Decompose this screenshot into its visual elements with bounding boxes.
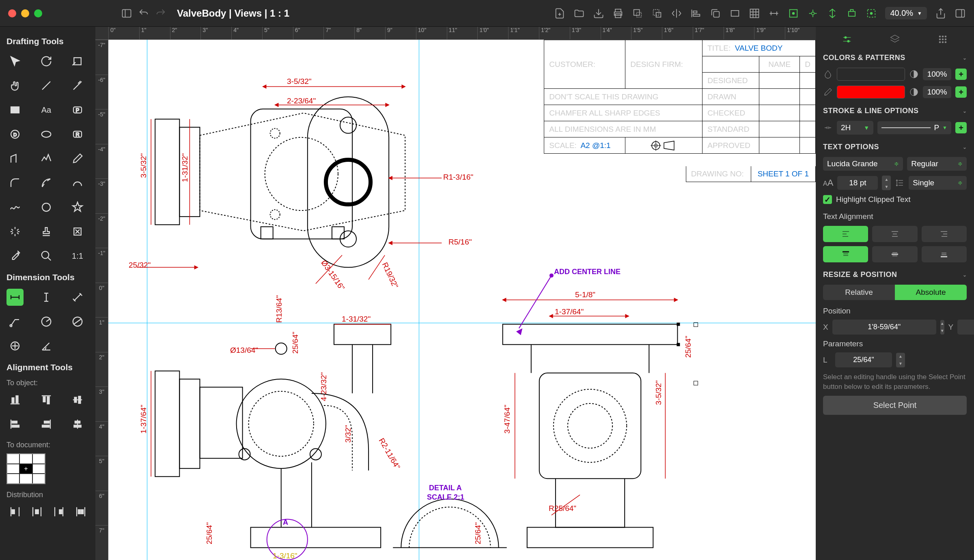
center-mark-tool[interactable] [6, 337, 24, 354]
x-stepper[interactable]: ▲▼ [940, 320, 944, 335]
pencil-tool[interactable] [69, 150, 86, 167]
angle-dim-tool[interactable] [38, 337, 55, 354]
blob-tool[interactable] [38, 199, 55, 216]
valign-bottom-button[interactable] [922, 246, 967, 262]
star-tool[interactable] [69, 199, 86, 216]
relative-option[interactable]: Relative [823, 285, 895, 300]
align-bottom[interactable] [6, 391, 24, 408]
crop-tool[interactable] [69, 53, 86, 70]
trim-tool[interactable] [69, 77, 86, 94]
vertical-ruler[interactable]: -7"-6"-5"-4"-3"-2"-1"0"1"2"3"4"5"6"7" [95, 40, 108, 560]
fill-opacity[interactable]: 100% [923, 68, 951, 80]
font-size-stepper[interactable]: ▲▼ [882, 176, 891, 190]
dim-label[interactable]: 1-3/16" [273, 551, 297, 560]
chevron-down-icon[interactable]: ⌄ [963, 144, 967, 150]
horizontal-ruler[interactable]: 0"1"2"3"4"5"6"7"8"9"10"11"1'0"1'1"1'2"1'… [95, 27, 816, 40]
polyline-tool[interactable] [38, 150, 55, 167]
share-icon[interactable] [935, 8, 946, 19]
dim-label[interactable]: 25/64" [474, 522, 483, 544]
align-icon[interactable] [690, 8, 702, 19]
polygon-tool[interactable] [6, 150, 24, 167]
ellipse-tool[interactable] [38, 126, 55, 143]
distribute-left[interactable] [6, 503, 24, 520]
layer-back-icon[interactable] [651, 8, 663, 19]
line-spacing-dropdown[interactable]: Single≑ [909, 176, 967, 190]
customer-cell[interactable]: CUSTOMER: [544, 40, 625, 89]
distribute-spacing[interactable] [72, 503, 89, 520]
arc-tool[interactable] [38, 174, 55, 191]
rotate-tool[interactable] [38, 53, 55, 70]
save-icon[interactable] [593, 8, 604, 19]
chevron-down-icon[interactable]: ⌄ [963, 108, 967, 114]
hand-tool[interactable] [6, 77, 24, 94]
open-icon[interactable] [573, 8, 585, 19]
dim-label[interactable]: 2-23/64" [287, 97, 316, 105]
dim-label[interactable]: 3/32" [344, 425, 353, 443]
add-stroke-button[interactable]: + [955, 86, 967, 98]
print-icon[interactable] [612, 8, 624, 19]
maximize-window-button[interactable] [34, 9, 42, 17]
snap-grid-icon[interactable] [807, 8, 819, 19]
grid-tab[interactable] [936, 32, 950, 46]
grid-icon[interactable] [749, 8, 760, 19]
layer-front-icon[interactable] [632, 8, 643, 19]
stroke-weight-dropdown[interactable]: 2H▼ [837, 121, 873, 135]
align-right-button[interactable] [922, 226, 967, 242]
align-top[interactable] [38, 391, 55, 408]
line-tool[interactable] [38, 77, 55, 94]
circle-d-tool[interactable]: D [6, 126, 24, 143]
absolute-option[interactable]: Absolute [895, 285, 967, 300]
drawing-canvas[interactable]: 3-5/32" 2-23/64" 3-5/32" 1-31/32" 25/32"… [108, 40, 816, 560]
dim-label[interactable]: 3-5/32" [287, 77, 312, 86]
circle-r-tool[interactable]: R [69, 126, 86, 143]
scale-1-1-tool[interactable]: 1:1 [69, 247, 86, 264]
snap-toggle-icon[interactable] [788, 8, 799, 19]
valign-top-button[interactable] [823, 246, 868, 262]
arc2-tool[interactable] [69, 174, 86, 191]
dim-label[interactable]: R1-3/16" [443, 173, 473, 182]
vertical-dim-tool[interactable] [38, 289, 55, 306]
rectangle-tool[interactable] [6, 101, 24, 118]
dim-label[interactable]: 25/64" [684, 336, 693, 358]
hatch-tool[interactable] [6, 223, 24, 240]
point-tool[interactable]: P [69, 101, 86, 118]
minimize-window-button[interactable] [21, 9, 29, 17]
snap-point-icon[interactable] [866, 8, 877, 19]
rect-tool-icon[interactable] [729, 8, 741, 19]
layers-tab[interactable] [888, 32, 902, 46]
inspector-toggle-icon[interactable] [955, 8, 966, 19]
stamp-tool[interactable] [38, 223, 55, 240]
dim-label[interactable]: 1-31/32" [342, 315, 371, 324]
annotation-text[interactable]: ADD CENTER LINE [554, 268, 621, 276]
dim-label[interactable]: 25/64" [205, 522, 214, 544]
highlight-clipped-checkbox[interactable]: ✓ Highlight Clipped Text [823, 195, 967, 204]
linear-dim-tool[interactable] [6, 289, 24, 306]
stroke-opacity[interactable]: 100% [923, 86, 951, 98]
dim-label[interactable]: 3-5/32" [139, 153, 148, 178]
close-window-button[interactable] [8, 9, 16, 17]
aligned-dim-tool[interactable] [69, 289, 86, 306]
zoom-tool[interactable] [38, 247, 55, 264]
dim-label[interactable]: 1-37/64" [139, 405, 148, 433]
align-right[interactable] [38, 416, 55, 433]
freehand-tool[interactable] [6, 199, 24, 216]
valign-middle-button[interactable] [872, 246, 917, 262]
align-left[interactable] [6, 416, 24, 433]
dim-label[interactable]: R13/64" [275, 295, 284, 323]
redo-icon[interactable] [155, 8, 166, 19]
properties-tab[interactable] [840, 32, 854, 46]
align-hcenter[interactable] [69, 416, 86, 433]
font-weight-dropdown[interactable]: Regular≑ [907, 157, 967, 171]
length-stepper[interactable]: ▲▼ [896, 353, 905, 367]
undo-icon[interactable] [138, 8, 149, 19]
dim-label[interactable]: 3-47/64" [503, 405, 512, 433]
snap-guide-icon[interactable] [827, 8, 838, 19]
leader-tool[interactable] [6, 313, 24, 330]
delete-tool[interactable] [69, 223, 86, 240]
new-file-icon[interactable] [554, 8, 565, 19]
chevron-down-icon[interactable]: ⌄ [963, 272, 967, 278]
stroke-swatch[interactable] [837, 86, 905, 99]
dim-label[interactable]: Ø13/64" [230, 346, 258, 355]
stroke-style-dropdown[interactable]: P▼ [877, 121, 951, 134]
distribute-right[interactable] [50, 503, 67, 520]
